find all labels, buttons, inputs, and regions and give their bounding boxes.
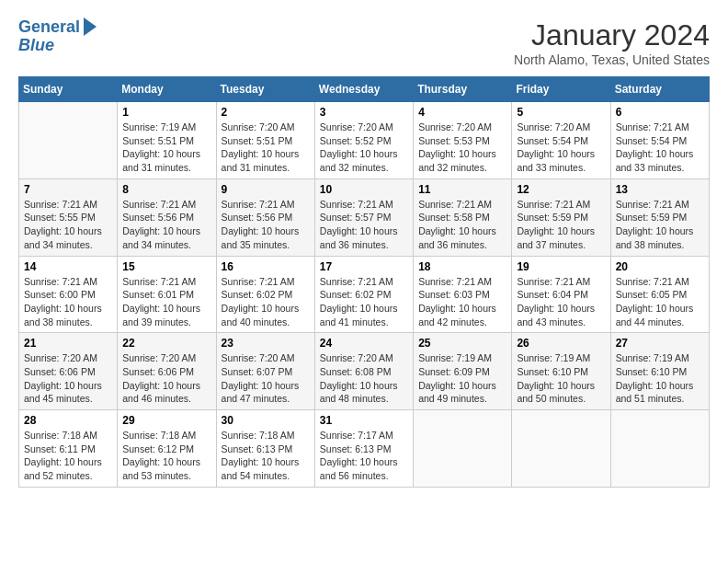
- header-cell-wednesday: Wednesday: [314, 77, 413, 102]
- day-info: Sunrise: 7:21 AMSunset: 5:54 PMDaylight:…: [616, 121, 704, 175]
- calendar-cell: 16Sunrise: 7:21 AMSunset: 6:02 PMDayligh…: [216, 256, 314, 333]
- calendar-cell: 24Sunrise: 7:20 AMSunset: 6:08 PMDayligh…: [314, 333, 413, 410]
- day-info: Sunrise: 7:21 AMSunset: 6:00 PMDaylight:…: [24, 275, 112, 329]
- day-info: Sunrise: 7:19 AMSunset: 6:10 PMDaylight:…: [517, 351, 605, 406]
- calendar-cell: 27Sunrise: 7:19 AMSunset: 6:10 PMDayligh…: [610, 333, 709, 410]
- day-number: 25: [418, 337, 506, 350]
- day-info: Sunrise: 7:21 AMSunset: 6:04 PMDaylight:…: [517, 275, 605, 329]
- day-number: 19: [517, 260, 605, 273]
- logo-arrow-icon: [84, 17, 97, 36]
- calendar-cell: [19, 102, 118, 179]
- day-number: 2: [222, 106, 310, 119]
- day-number: 14: [24, 260, 112, 273]
- day-info: Sunrise: 7:21 AMSunset: 5:59 PMDaylight:…: [616, 198, 704, 252]
- day-number: 8: [122, 183, 210, 196]
- day-number: 9: [222, 183, 310, 196]
- day-number: 28: [24, 414, 112, 427]
- day-info: Sunrise: 7:21 AMSunset: 6:02 PMDaylight:…: [222, 275, 310, 329]
- day-number: 6: [616, 106, 704, 119]
- calendar-week-row: 28Sunrise: 7:18 AMSunset: 6:11 PMDayligh…: [19, 410, 710, 488]
- day-number: 3: [320, 106, 408, 119]
- day-info: Sunrise: 7:21 AMSunset: 6:03 PMDaylight:…: [418, 275, 506, 329]
- day-number: 10: [320, 183, 408, 196]
- calendar-table: SundayMondayTuesdayWednesdayThursdayFrid…: [18, 76, 710, 488]
- day-number: 12: [517, 183, 605, 196]
- day-number: 1: [122, 106, 210, 119]
- calendar-cell: 23Sunrise: 7:20 AMSunset: 6:07 PMDayligh…: [216, 333, 314, 410]
- logo: General Blue: [18, 18, 97, 55]
- day-info: Sunrise: 7:19 AMSunset: 6:10 PMDaylight:…: [616, 351, 704, 406]
- calendar-cell: 13Sunrise: 7:21 AMSunset: 5:59 PMDayligh…: [610, 178, 709, 256]
- day-info: Sunrise: 7:21 AMSunset: 5:58 PMDaylight:…: [418, 198, 506, 252]
- day-info: Sunrise: 7:20 AMSunset: 5:51 PMDaylight:…: [222, 121, 310, 175]
- logo-blue-text: Blue: [18, 37, 54, 55]
- calendar-cell: 6Sunrise: 7:21 AMSunset: 5:54 PMDaylight…: [610, 102, 709, 179]
- calendar-cell: 31Sunrise: 7:17 AMSunset: 6:13 PMDayligh…: [314, 410, 413, 488]
- day-number: 20: [616, 260, 704, 273]
- calendar-cell: 10Sunrise: 7:21 AMSunset: 5:57 PMDayligh…: [314, 178, 413, 256]
- calendar-week-row: 1Sunrise: 7:19 AMSunset: 5:51 PMDaylight…: [19, 102, 710, 179]
- day-info: Sunrise: 7:21 AMSunset: 6:05 PMDaylight:…: [616, 275, 704, 329]
- day-number: 7: [24, 183, 112, 196]
- day-info: Sunrise: 7:21 AMSunset: 5:56 PMDaylight:…: [122, 198, 210, 252]
- calendar-cell: 9Sunrise: 7:21 AMSunset: 5:56 PMDaylight…: [216, 178, 314, 256]
- day-number: 29: [122, 414, 210, 427]
- day-info: Sunrise: 7:19 AMSunset: 6:09 PMDaylight:…: [418, 351, 506, 406]
- day-number: 5: [517, 106, 605, 119]
- header-cell-saturday: Saturday: [610, 77, 709, 102]
- calendar-week-row: 14Sunrise: 7:21 AMSunset: 6:00 PMDayligh…: [19, 256, 710, 333]
- calendar-header-row: SundayMondayTuesdayWednesdayThursdayFrid…: [19, 77, 710, 102]
- calendar-cell: 3Sunrise: 7:20 AMSunset: 5:52 PMDaylight…: [314, 102, 413, 179]
- calendar-cell: 4Sunrise: 7:20 AMSunset: 5:53 PMDaylight…: [414, 102, 512, 179]
- day-info: Sunrise: 7:21 AMSunset: 5:57 PMDaylight:…: [320, 198, 408, 252]
- day-number: 4: [418, 106, 506, 119]
- header-cell-tuesday: Tuesday: [216, 77, 314, 102]
- calendar-cell: 8Sunrise: 7:21 AMSunset: 5:56 PMDaylight…: [118, 178, 216, 256]
- day-info: Sunrise: 7:20 AMSunset: 5:52 PMDaylight:…: [320, 121, 408, 175]
- calendar-cell: [414, 410, 512, 488]
- calendar-cell: [512, 410, 610, 488]
- calendar-cell: 20Sunrise: 7:21 AMSunset: 6:05 PMDayligh…: [610, 256, 709, 333]
- calendar-cell: 30Sunrise: 7:18 AMSunset: 6:13 PMDayligh…: [216, 410, 314, 488]
- calendar-cell: 15Sunrise: 7:21 AMSunset: 6:01 PMDayligh…: [118, 256, 216, 333]
- day-number: 18: [418, 260, 506, 273]
- calendar-cell: 29Sunrise: 7:18 AMSunset: 6:12 PMDayligh…: [118, 410, 216, 488]
- day-info: Sunrise: 7:21 AMSunset: 6:01 PMDaylight:…: [122, 275, 210, 329]
- calendar-cell: 1Sunrise: 7:19 AMSunset: 5:51 PMDaylight…: [118, 102, 216, 179]
- calendar-cell: 11Sunrise: 7:21 AMSunset: 5:58 PMDayligh…: [414, 178, 512, 256]
- location-text: North Alamo, Texas, United States: [514, 52, 710, 67]
- calendar-cell: 22Sunrise: 7:20 AMSunset: 6:06 PMDayligh…: [118, 333, 216, 410]
- day-info: Sunrise: 7:18 AMSunset: 6:11 PMDaylight:…: [24, 429, 112, 483]
- page-header: General Blue January 2024 North Alamo, T…: [18, 18, 710, 67]
- calendar-cell: 28Sunrise: 7:18 AMSunset: 6:11 PMDayligh…: [19, 410, 118, 488]
- calendar-cell: 2Sunrise: 7:20 AMSunset: 5:51 PMDaylight…: [216, 102, 314, 179]
- day-info: Sunrise: 7:21 AMSunset: 5:55 PMDaylight:…: [24, 198, 112, 252]
- calendar-cell: 14Sunrise: 7:21 AMSunset: 6:00 PMDayligh…: [19, 256, 118, 333]
- calendar-week-row: 21Sunrise: 7:20 AMSunset: 6:06 PMDayligh…: [19, 333, 710, 410]
- logo-text: General: [18, 18, 80, 37]
- day-number: 22: [122, 337, 210, 350]
- header-cell-sunday: Sunday: [19, 77, 118, 102]
- calendar-cell: 26Sunrise: 7:19 AMSunset: 6:10 PMDayligh…: [512, 333, 610, 410]
- day-info: Sunrise: 7:20 AMSunset: 6:07 PMDaylight:…: [222, 351, 310, 406]
- day-info: Sunrise: 7:17 AMSunset: 6:13 PMDaylight:…: [320, 429, 408, 483]
- day-info: Sunrise: 7:20 AMSunset: 6:06 PMDaylight:…: [24, 351, 112, 406]
- day-info: Sunrise: 7:20 AMSunset: 6:06 PMDaylight:…: [122, 351, 210, 406]
- day-number: 23: [222, 337, 310, 350]
- day-number: 31: [320, 414, 408, 427]
- day-info: Sunrise: 7:21 AMSunset: 6:02 PMDaylight:…: [320, 275, 408, 329]
- header-cell-monday: Monday: [118, 77, 216, 102]
- calendar-cell: 12Sunrise: 7:21 AMSunset: 5:59 PMDayligh…: [512, 178, 610, 256]
- day-info: Sunrise: 7:20 AMSunset: 5:53 PMDaylight:…: [418, 121, 506, 175]
- day-number: 26: [517, 337, 605, 350]
- day-number: 21: [24, 337, 112, 350]
- day-info: Sunrise: 7:21 AMSunset: 5:56 PMDaylight:…: [222, 198, 310, 252]
- calendar-cell: 5Sunrise: 7:20 AMSunset: 5:54 PMDaylight…: [512, 102, 610, 179]
- day-info: Sunrise: 7:21 AMSunset: 5:59 PMDaylight:…: [517, 198, 605, 252]
- day-info: Sunrise: 7:20 AMSunset: 6:08 PMDaylight:…: [320, 351, 408, 406]
- calendar-cell: 19Sunrise: 7:21 AMSunset: 6:04 PMDayligh…: [512, 256, 610, 333]
- day-number: 16: [222, 260, 310, 273]
- title-block: January 2024 North Alamo, Texas, United …: [514, 18, 710, 67]
- day-number: 15: [122, 260, 210, 273]
- day-number: 27: [616, 337, 704, 350]
